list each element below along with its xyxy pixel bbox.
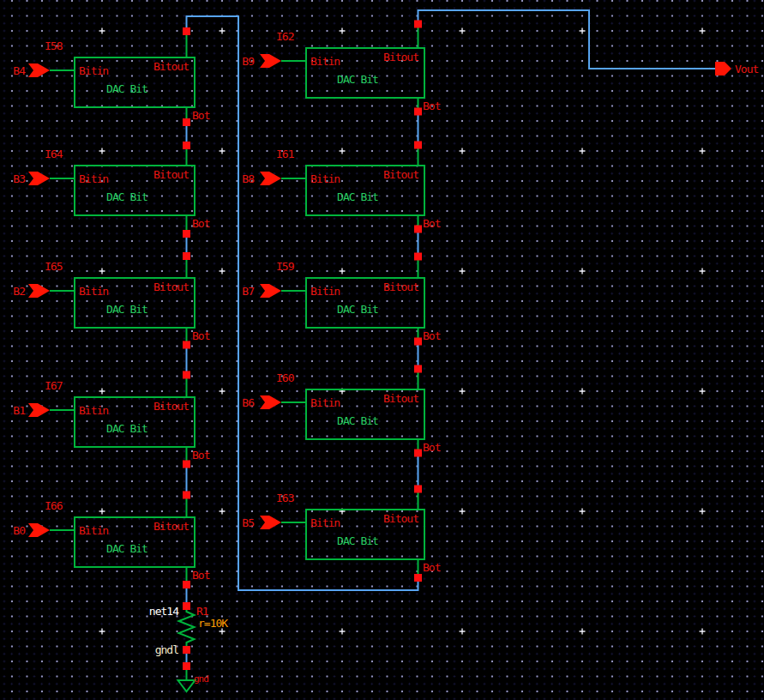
- pin-label-bot: Bot: [192, 109, 210, 122]
- instance-name-label: I66: [45, 499, 63, 512]
- pin-label-bot: Bot: [423, 441, 441, 454]
- wire-junction[interactable]: [183, 371, 190, 379]
- cell-name-label: DAC Bit: [106, 542, 147, 555]
- dac-cell-left-2: I65 B2 Bitin Bitout DAC Bit Bot: [13, 260, 209, 342]
- pin-label-bitin: Bitin: [310, 172, 340, 185]
- pin-stub-wires[interactable]: [187, 24, 418, 585]
- output-pin-vout: Vout: [715, 62, 758, 75]
- wire-junction[interactable]: [414, 450, 422, 457]
- wire-junction[interactable]: [183, 341, 190, 349]
- ground-triangle[interactable]: [178, 680, 196, 691]
- grid-cross-marker: [700, 509, 706, 515]
- input-net-label: B7: [242, 285, 254, 298]
- wire-junction[interactable]: [183, 118, 190, 126]
- instance-name-label: I59: [276, 260, 294, 273]
- grid-cross-marker: [99, 509, 105, 515]
- input-pin-arrow[interactable]: [28, 403, 50, 417]
- input-pin-arrow[interactable]: [260, 516, 281, 529]
- output-net-label: Vout: [735, 63, 758, 75]
- pin-label-bitin: Bitin: [310, 55, 340, 68]
- resistor-body[interactable]: [179, 606, 195, 650]
- dac-cell-right-4: I63 B5 Bitin Bitout DAC Bit Bot: [242, 492, 440, 574]
- input-net-label: B3: [13, 172, 25, 185]
- pin-label-bot: Bot: [423, 100, 441, 112]
- grid-cross-marker: [700, 389, 706, 395]
- cell-name-label: DAC Bit: [337, 303, 378, 316]
- wire-junction[interactable]: [414, 486, 422, 493]
- pin-label-bitout: Bitout: [383, 168, 418, 181]
- grid-cross-marker: [99, 148, 105, 154]
- wire-junction[interactable]: [183, 581, 190, 588]
- input-pin-arrow[interactable]: [28, 284, 50, 298]
- output-wire-to-vout[interactable]: [418, 10, 716, 69]
- pin-label-bitin: Bitin: [310, 285, 340, 298]
- wire-junction[interactable]: [414, 365, 422, 373]
- pin-label-bot: Bot: [192, 217, 210, 230]
- wire-junction[interactable]: [414, 226, 422, 233]
- grid-cross-marker: [220, 389, 226, 395]
- cell-name-label: DAC Bit: [337, 534, 378, 547]
- pin-label-bitout: Bitout: [153, 168, 189, 181]
- pin-label-bot: Bot: [192, 569, 210, 582]
- grid-cross-marker: [700, 629, 706, 635]
- wire-junction[interactable]: [183, 461, 190, 468]
- input-pin-arrow[interactable]: [260, 54, 281, 68]
- dac-cell-right-2: I59 B7 Bitin Bitout DAC Bit Bot: [242, 260, 440, 342]
- wire-junction[interactable]: [414, 108, 422, 116]
- pin-label-bitin: Bitin: [310, 396, 340, 409]
- wire-junction[interactable]: [414, 142, 422, 149]
- instance-name-label: I60: [276, 371, 294, 384]
- grid-cross-marker: [340, 629, 346, 635]
- cell-name-label: DAC Bit: [106, 422, 147, 435]
- wire-junction[interactable]: [414, 21, 422, 28]
- cell-name-label: DAC Bit: [106, 190, 147, 203]
- grid-cross-marker: [460, 148, 466, 154]
- pin-label-bitin: Bitin: [79, 172, 108, 185]
- grid-cross-marker: [460, 28, 466, 34]
- input-pin-arrow[interactable]: [260, 284, 281, 298]
- wire-junction[interactable]: [183, 492, 190, 499]
- wire-junction[interactable]: [414, 574, 422, 582]
- dac-cell-left-1: I64 B3 Bitin Bitout DAC Bit Bot: [13, 148, 209, 230]
- net-label-gndl: gndl: [155, 643, 178, 656]
- schematic-canvas[interactable]: I58 B4 Bitin Bitout DAC Bit Bot I64 B3 B…: [0, 0, 764, 700]
- instance-name-label: I58: [45, 39, 63, 52]
- instance-name-label: I65: [45, 260, 63, 273]
- wire-junction[interactable]: [183, 646, 190, 654]
- wire-junction[interactable]: [183, 230, 190, 238]
- input-pin-arrow[interactable]: [28, 523, 50, 537]
- pin-label-bitin: Bitin: [79, 404, 108, 417]
- feedback-wire-left-top-to-right-bottom[interactable]: [187, 16, 418, 590]
- input-pin-arrow[interactable]: [260, 172, 281, 185]
- input-pin-arrow[interactable]: [260, 395, 281, 409]
- pin-label-bot: Bot: [423, 561, 441, 574]
- wire-junction[interactable]: [414, 338, 422, 346]
- wire-junction[interactable]: [183, 252, 190, 260]
- input-net-label: B9: [242, 55, 254, 68]
- dac-cell-right-3: I60 B6 Bitin Bitout DAC Bit Bot: [242, 371, 440, 454]
- input-net-label: B6: [242, 396, 254, 409]
- wire-junction[interactable]: [183, 142, 190, 149]
- wire-junction[interactable]: [183, 602, 190, 610]
- wire-junction[interactable]: [183, 27, 190, 35]
- dac-cell-left-0: I58 B4 Bitin Bitout DAC Bit Bot: [13, 39, 209, 122]
- dac-cell-left-4: I66 B0 Bitin Bitout DAC Bit Bot: [13, 499, 209, 582]
- input-net-label: B2: [13, 285, 25, 298]
- input-pin-arrow[interactable]: [28, 63, 50, 77]
- output-pin-arrow[interactable]: [715, 62, 731, 75]
- dac-cell-right-1: I61 B8 Bitin Bitout DAC Bit Bot: [242, 148, 440, 230]
- instance-name-label: I62: [276, 30, 294, 43]
- pin-label-bitout: Bitout: [153, 281, 189, 293]
- input-pin-arrow[interactable]: [28, 172, 50, 185]
- wire-junction[interactable]: [183, 662, 190, 670]
- wire-junction-squares[interactable]: [183, 21, 422, 671]
- dac-cell-left-3: I67 B1 Bitin Bitout DAC Bit Bot: [13, 379, 209, 462]
- pin-label-bitout: Bitout: [153, 400, 189, 413]
- grid-cross-marker: [99, 28, 105, 34]
- instance-name-label: I63: [276, 492, 294, 504]
- instance-name-label: I64: [45, 148, 63, 160]
- ground-symbol: gnd: [178, 667, 209, 692]
- wire-junction[interactable]: [414, 253, 422, 261]
- pin-label-bitin: Bitin: [79, 524, 108, 537]
- pin-label-bot: Bot: [192, 449, 210, 462]
